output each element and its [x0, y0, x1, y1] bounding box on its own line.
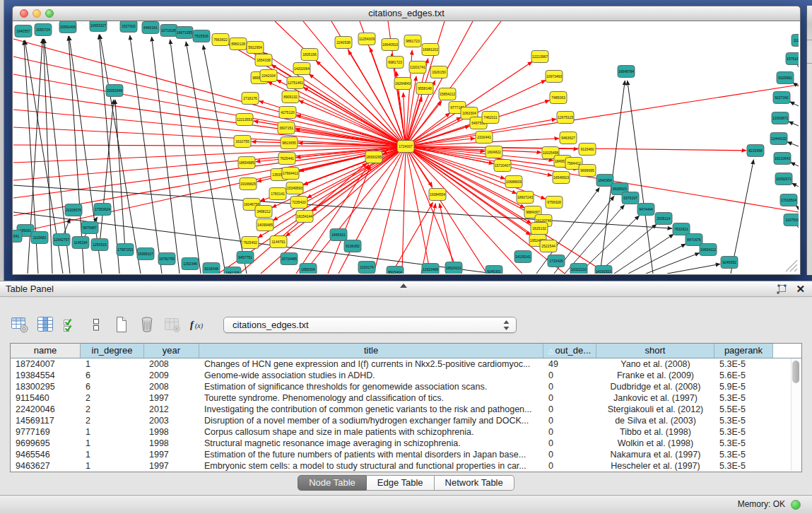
graph-node[interactable]: 391541	[13, 230, 22, 243]
select-rows-icon[interactable]	[61, 315, 81, 334]
table-vertical-scrollbar[interactable]	[791, 358, 801, 471]
graph-node[interactable]: 1610755	[234, 136, 251, 148]
graph-node[interactable]: 1250515	[91, 239, 108, 251]
tab-network-table[interactable]: Network Table	[435, 475, 514, 491]
graph-node[interactable]: 14191923	[595, 266, 612, 274]
table-row[interactable]: 977716911998Corpus callosum shape and si…	[11, 426, 801, 438]
graph-node[interactable]: 1167531	[784, 214, 799, 226]
graph-node[interactable]: 16210643	[774, 153, 791, 165]
table-row[interactable]: 2242004622012Investigating the contribut…	[11, 404, 801, 415]
graph-node[interactable]: 1835156	[301, 49, 318, 61]
graph-node[interactable]: 15349593	[286, 182, 303, 194]
graph-node[interactable]: 1783141	[269, 188, 286, 200]
table-column-icon[interactable]	[35, 315, 55, 334]
graph-node[interactable]: 17353924	[94, 204, 111, 216]
delete-table-icon[interactable]	[137, 315, 157, 334]
graph-node[interactable]: 7632621	[673, 223, 690, 235]
graph-node[interactable]: 16640910	[382, 39, 399, 51]
graph-node[interactable]: 7515526	[193, 30, 210, 42]
graph-node[interactable]: 1527602	[120, 21, 137, 33]
rows-icon[interactable]	[86, 315, 106, 334]
graph-node[interactable]: 1112042	[792, 35, 799, 47]
graph-node[interactable]: 14202064	[293, 63, 310, 75]
float-panel-icon[interactable]	[776, 284, 787, 295]
graph-node[interactable]: 12213553	[236, 114, 253, 126]
graph-node[interactable]: 9558148	[416, 83, 433, 95]
graph-node[interactable]: 2342004	[260, 70, 277, 82]
graph-node[interactable]: 2935114	[655, 213, 672, 225]
graph-node[interactable]: 9245301	[486, 266, 502, 274]
graph-node[interactable]: 9115460	[579, 144, 596, 156]
graph-node[interactable]: 16782759	[158, 253, 175, 265]
graph-node[interactable]: 1144791	[270, 236, 287, 248]
graph-node[interactable]: 11254309	[358, 33, 375, 45]
table-row[interactable]: 1456911722003Disruption of a novel membe…	[11, 415, 801, 426]
graph-node[interactable]: 12093871	[772, 112, 789, 124]
network-graph[interactable]: 1940557205572420691406106533271527602646…	[13, 21, 799, 274]
graph-node[interactable]: 16154144	[296, 211, 313, 223]
tab-node-table[interactable]: Node Table	[298, 475, 367, 491]
graph-node[interactable]: 9756928	[546, 197, 563, 209]
scrollbar-thumb[interactable]	[792, 361, 799, 383]
graph-node[interactable]: 8909132	[282, 91, 299, 103]
graph-node[interactable]: 20206576	[65, 204, 82, 216]
import-table-icon[interactable]	[163, 315, 182, 334]
graph-node[interactable]: 1640954	[596, 175, 613, 187]
graph-node[interactable]: 14099485	[257, 219, 273, 231]
graph-node[interactable]: 1654338	[255, 54, 272, 66]
graph-node[interactable]: 19166825	[240, 178, 257, 190]
graph-node[interactable]: 9457751	[237, 252, 254, 264]
graph-node[interactable]: 6379197	[622, 192, 639, 204]
table-options-icon[interactable]	[10, 315, 30, 334]
graph-node[interactable]: 10654112	[700, 244, 717, 256]
graph-node[interactable]: 17016504	[780, 194, 797, 206]
graph-node[interactable]: 7485063	[550, 92, 567, 104]
graph-node[interactable]: 14139141	[514, 251, 531, 263]
graph-node[interactable]: 1604822	[486, 146, 502, 158]
graph-node[interactable]: 9136082	[344, 240, 361, 252]
graph-node[interactable]: 12942757	[53, 234, 70, 246]
graph-node[interactable]: 19392971	[775, 173, 792, 185]
graph-node[interactable]: 6981723	[387, 57, 404, 69]
graph-node[interactable]: 7625402	[242, 237, 259, 249]
graph-node[interactable]: 1724007	[397, 141, 414, 153]
graph-node[interactable]: 2240538	[335, 37, 352, 49]
close-panel-icon[interactable]: ✕	[796, 284, 805, 295]
graph-node[interactable]: 1733426	[548, 255, 565, 267]
column-header-out_de[interactable]: △out_de...	[543, 344, 596, 358]
graph-node[interactable]: 10973493	[546, 71, 563, 83]
graph-node[interactable]: 16981202	[422, 44, 439, 56]
graph-node[interactable]: 15854212	[439, 88, 456, 100]
graph-node[interactable]: 19384554	[429, 189, 446, 201]
graph-node[interactable]: 6466161	[142, 22, 159, 34]
graph-node[interactable]: 12923468	[422, 264, 439, 274]
graph-node[interactable]: 3498212	[255, 206, 272, 218]
graph-node[interactable]: 12444132	[770, 133, 787, 145]
column-header-in_degree[interactable]: in_degree	[81, 344, 144, 358]
close-traffic-light[interactable]	[20, 9, 28, 18]
graph-node[interactable]: 1115682	[31, 232, 48, 244]
zoom-traffic-light[interactable]	[45, 9, 54, 18]
graph-node[interactable]: 15720407	[494, 160, 511, 172]
graph-node[interactable]: 4275120	[279, 107, 296, 119]
graph-node[interactable]: 16671355	[176, 27, 193, 39]
graph-node[interactable]: 12975115	[557, 112, 574, 124]
column-header-pagerank[interactable]: pagerank	[714, 344, 773, 358]
graph-node[interactable]: 9218048	[203, 263, 220, 274]
graph-node[interactable]: 7625441	[278, 153, 295, 165]
graph-node[interactable]: 13201741	[409, 62, 426, 74]
graph-node[interactable]: 20691406	[59, 21, 76, 33]
table-row[interactable]: 946554611997Estimation of the future num…	[11, 449, 801, 460]
function-icon[interactable]: f(x)	[188, 315, 208, 334]
graph-node[interactable]: 1145194	[72, 237, 89, 249]
table-row[interactable]: 969969511998Structural magnetic resonanc…	[11, 438, 801, 449]
graph-node[interactable]: 9861723	[404, 35, 421, 47]
graph-node[interactable]: 12751461	[287, 77, 304, 89]
table-row[interactable]: 1938455462009Genome-wide association stu…	[11, 370, 801, 381]
table-row[interactable]: 911546021997Tourette syndrome. Phenomeno…	[11, 392, 801, 404]
new-table-icon[interactable]	[112, 315, 131, 334]
graph-node[interactable]: 7663822	[212, 34, 229, 46]
graph-node[interactable]: 10653327	[90, 21, 107, 32]
graph-node[interactable]: 7462011	[482, 112, 499, 124]
memory-status-indicator[interactable]	[791, 500, 801, 510]
